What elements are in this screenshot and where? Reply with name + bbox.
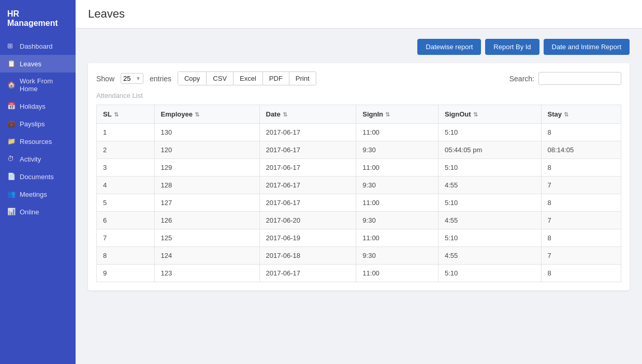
main-content: Leaves Datewise reportReport By IdDate a…: [76, 0, 642, 364]
work-icon: 🏠: [7, 81, 16, 89]
cell-stay: 08:14:05: [541, 141, 621, 159]
table-row: 31292017-06-1711:005:108: [97, 159, 621, 177]
sidebar-item-activity[interactable]: ⏱Activity: [0, 150, 76, 168]
cell-signout: 5:10: [438, 159, 541, 177]
search-input[interactable]: [538, 72, 621, 85]
cell-date: 2017-06-17: [259, 177, 356, 194]
online-icon: 📊: [7, 208, 16, 216]
datewise-report-button[interactable]: Datewise report: [417, 39, 481, 55]
activity-icon: ⏱: [7, 155, 16, 163]
cell-signout: 5:10: [438, 124, 541, 141]
cell-sl: 2: [97, 141, 155, 159]
table-row: 11302017-06-1711:005:108: [97, 124, 621, 141]
sidebar-item-label: Holidays: [20, 103, 46, 110]
cell-signin: 9:30: [356, 177, 439, 194]
report-by-id-button[interactable]: Report By Id: [485, 39, 539, 55]
cell-stay: 8: [541, 159, 621, 177]
cell-employee: 127: [154, 194, 259, 212]
entries-select[interactable]: 25 10 50 100: [123, 75, 135, 82]
table-row: 91232017-06-1711:005:108: [97, 265, 621, 282]
dashboard-icon: ⊞: [7, 42, 16, 50]
cell-date: 2017-06-17: [259, 124, 356, 141]
cell-employee: 124: [154, 247, 259, 265]
cell-signin: 9:30: [356, 247, 439, 265]
table-row: 41282017-06-179:304:557: [97, 177, 621, 194]
search-area: Search:: [509, 72, 621, 85]
sidebar-item-label: Activity: [20, 155, 41, 163]
report-buttons-area: Datewise reportReport By IdDate and Inti…: [88, 39, 630, 55]
date-intime-report-button[interactable]: Date and Intime Report: [544, 39, 630, 55]
sidebar-item-meetings[interactable]: 👥Meetings: [0, 185, 76, 203]
app-title: HR Management: [0, 0, 76, 37]
cell-employee: 125: [154, 229, 259, 247]
export-csv-button[interactable]: CSV: [207, 72, 234, 85]
sidebar-item-leaves[interactable]: 📋Leaves: [0, 55, 76, 72]
column-header-stay[interactable]: Stay⇅: [541, 105, 621, 124]
cell-employee: 130: [154, 124, 259, 141]
cell-signin: 9:30: [356, 212, 439, 229]
cell-signout: 05:44:05 pm: [438, 141, 541, 159]
table-row: 51272017-06-1711:005:108: [97, 194, 621, 212]
cell-stay: 7: [541, 212, 621, 229]
cell-signin: 11:00: [356, 194, 439, 212]
column-header-sl[interactable]: SL⇅: [97, 105, 155, 124]
cell-signout: 4:55: [438, 177, 541, 194]
sidebar-item-payslips[interactable]: 💼Payslips: [0, 115, 76, 133]
meetings-icon: 👥: [7, 190, 16, 198]
sidebar-item-label: Online: [20, 208, 39, 216]
table-row: 71252017-06-1911:005:108: [97, 229, 621, 247]
cell-signout: 4:55: [438, 247, 541, 265]
export-copy-button[interactable]: Copy: [178, 72, 207, 85]
table-head: SL⇅Employee⇅Date⇅SignIn⇅SignOut⇅Stay⇅: [97, 105, 621, 124]
cell-sl: 6: [97, 212, 155, 229]
export-buttons: CopyCSVExcelPDFPrint: [178, 71, 316, 85]
holidays-icon: 📅: [7, 102, 16, 110]
cell-sl: 7: [97, 229, 155, 247]
column-header-signout[interactable]: SignOut⇅: [438, 105, 541, 124]
page-header: Leaves: [76, 0, 642, 28]
sort-icon: ⇅: [283, 111, 287, 118]
export-print-button[interactable]: Print: [289, 72, 316, 85]
column-header-date[interactable]: Date⇅: [259, 105, 356, 124]
content-area: Datewise reportReport By IdDate and Inti…: [76, 28, 642, 364]
sidebar-item-holidays[interactable]: 📅Holidays: [0, 97, 76, 115]
sidebar-item-label: Documents: [20, 173, 54, 181]
sidebar-item-work-from-home[interactable]: 🏠Work From Home: [0, 72, 76, 97]
cell-signin: 9:30: [356, 141, 439, 159]
cell-date: 2017-06-17: [259, 141, 356, 159]
export-pdf-button[interactable]: PDF: [263, 72, 289, 85]
cell-signout: 5:10: [438, 229, 541, 247]
cell-signout: 5:10: [438, 194, 541, 212]
show-label: Show: [96, 75, 114, 83]
cell-employee: 126: [154, 212, 259, 229]
payslips-icon: 💼: [7, 120, 16, 128]
sort-icon: ⇅: [195, 111, 199, 118]
entries-select-wrap[interactable]: 25 10 50 100 ▼: [121, 73, 143, 84]
column-header-employee[interactable]: Employee⇅: [154, 105, 259, 124]
sidebar-item-label: Payslips: [20, 120, 45, 128]
sidebar-item-documents[interactable]: 📄Documents: [0, 168, 76, 185]
cell-employee: 123: [154, 265, 259, 282]
sidebar-item-resources[interactable]: 📁Resources: [0, 133, 76, 150]
cell-sl: 8: [97, 247, 155, 265]
sidebar-item-label: Dashboard: [20, 42, 53, 50]
table-row: 81242017-06-189:304:557: [97, 247, 621, 265]
sidebar-item-dashboard[interactable]: ⊞Dashboard: [0, 37, 76, 55]
cell-date: 2017-06-17: [259, 159, 356, 177]
cell-signout: 4:55: [438, 212, 541, 229]
column-header-signin[interactable]: SignIn⇅: [356, 105, 439, 124]
cell-sl: 5: [97, 194, 155, 212]
sidebar-nav: ⊞Dashboard📋Leaves🏠Work From Home📅Holiday…: [0, 37, 76, 221]
sort-icon: ⇅: [564, 111, 568, 118]
export-excel-button[interactable]: Excel: [234, 72, 263, 85]
cell-sl: 1: [97, 124, 155, 141]
table-row: 61262017-06-209:304:557: [97, 212, 621, 229]
cell-stay: 7: [541, 177, 621, 194]
cell-sl: 4: [97, 177, 155, 194]
documents-icon: 📄: [7, 172, 16, 181]
cell-employee: 128: [154, 177, 259, 194]
sidebar-item-online[interactable]: 📊Online: [0, 203, 76, 221]
cell-signin: 11:00: [356, 124, 439, 141]
sidebar: HR Management ⊞Dashboard📋Leaves🏠Work Fro…: [0, 0, 76, 364]
cell-signout: 5:10: [438, 265, 541, 282]
